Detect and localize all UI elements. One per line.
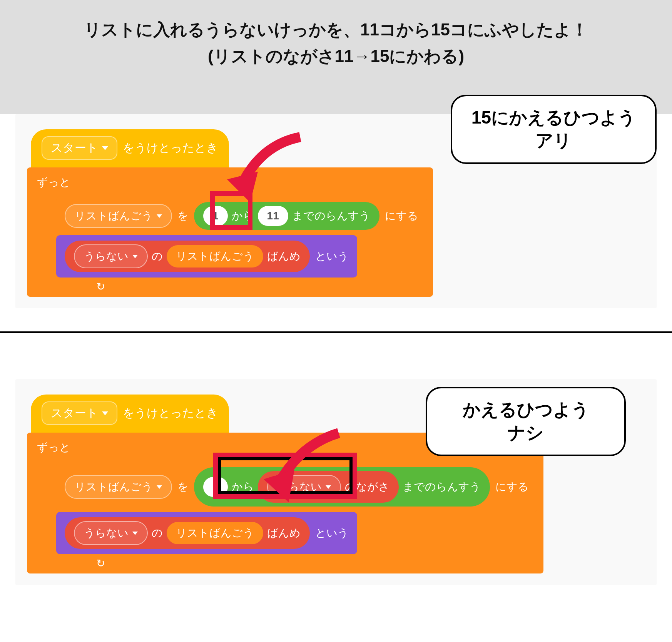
- hat-dropdown[interactable]: スタート: [42, 136, 117, 160]
- var-dropdown[interactable]: リストばんごう: [65, 475, 172, 499]
- random-suffix: までのらんすう: [403, 480, 481, 494]
- section-top: 15にかえるひつよう アリ スタート をうけとったとき ずっと リ: [0, 114, 672, 331]
- length-suffix: のながさ: [345, 480, 389, 494]
- hat-dropdown[interactable]: スタート: [42, 401, 117, 425]
- chevron-down-icon: [102, 411, 108, 415]
- hat-block[interactable]: スタート をうけとったとき: [31, 395, 229, 436]
- section-divider: [0, 331, 672, 333]
- hat-block[interactable]: スタート をうけとったとき: [31, 129, 229, 171]
- list-of-label: の: [152, 249, 163, 264]
- var-dropdown[interactable]: リストばんごう: [65, 204, 172, 228]
- header-line2: (リストのながさ11→15にかわる): [15, 45, 657, 68]
- hat-dropdown-label: スタート: [51, 405, 98, 421]
- index-var-reporter[interactable]: リストばんごう: [167, 522, 263, 544]
- callout-bottom-line2: ナシ: [446, 421, 605, 445]
- repeat-icon: ↻: [96, 557, 105, 570]
- list-item-label: ばんめ: [267, 526, 301, 540]
- hat-suffix: をうけとったとき: [123, 405, 218, 421]
- random-to-input[interactable]: 11: [258, 206, 288, 226]
- list-dropdown[interactable]: うらない: [74, 521, 148, 545]
- chevron-down-icon: [157, 485, 162, 489]
- callout-top: 15にかえるひつよう アリ: [451, 95, 657, 164]
- section-bottom: かえるひつよう ナシ スタート をうけとったとき ずっと リストば: [0, 379, 672, 608]
- callout-top-line2: アリ: [471, 129, 636, 152]
- random-mid: から: [232, 480, 254, 494]
- say-suffix: という: [315, 249, 349, 264]
- var-dropdown-label: リストばんごう: [75, 480, 153, 494]
- set-to-label: を: [177, 480, 189, 494]
- say-block[interactable]: うらない の リストばんごう ばんめ という: [56, 512, 357, 554]
- callout-bottom-line1: かえるひつよう: [446, 398, 605, 421]
- svg-marker-1: [264, 470, 294, 502]
- chevron-down-icon: [132, 532, 138, 535]
- callout-bottom: かえるひつよう ナシ: [426, 387, 626, 456]
- list-dropdown-label: うらない: [84, 526, 129, 540]
- list-dropdown[interactable]: うらない: [74, 244, 148, 268]
- list-of-label: の: [152, 526, 163, 540]
- say-suffix: という: [315, 526, 349, 540]
- hat-dropdown-label: スタート: [51, 140, 98, 156]
- arrow-bottom: [258, 425, 346, 502]
- set-suffix: にする: [385, 209, 418, 223]
- callout-top-line1: 15にかえるひつよう: [471, 106, 636, 129]
- hat-suffix: をうけとったとき: [123, 140, 218, 156]
- arrow-top: [223, 129, 312, 206]
- chevron-down-icon: [102, 146, 108, 150]
- say-block[interactable]: うらない の リストばんごう ばんめ という: [56, 235, 357, 278]
- set-to-label: を: [177, 209, 189, 223]
- chevron-down-icon: [157, 214, 162, 218]
- list-item-reporter[interactable]: うらない の リストばんごう ばんめ: [65, 241, 310, 272]
- header-line1: リストに入れるうらないけっかを、11コから15コにふやしたよ！: [15, 18, 657, 41]
- var-dropdown-label: リストばんごう: [75, 209, 153, 223]
- list-item-label: ばんめ: [267, 249, 301, 264]
- random-from-input[interactable]: 1: [203, 206, 228, 226]
- chevron-down-icon: [132, 255, 138, 258]
- random-from-input[interactable]: 1: [203, 477, 228, 497]
- repeat-icon: ↻: [96, 280, 105, 293]
- random-suffix: までのらんすう: [292, 209, 370, 223]
- list-item-reporter[interactable]: うらない の リストばんごう ばんめ: [65, 517, 310, 549]
- list-dropdown-label: うらない: [84, 249, 129, 264]
- set-suffix: にする: [495, 480, 529, 494]
- random-mid: から: [232, 209, 254, 223]
- svg-marker-0: [227, 172, 258, 202]
- index-var-reporter[interactable]: リストばんごう: [167, 245, 263, 268]
